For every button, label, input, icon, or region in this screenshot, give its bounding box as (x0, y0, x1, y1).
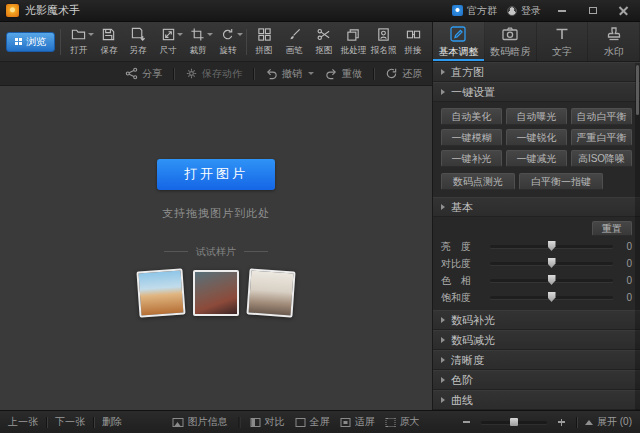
section-basic[interactable]: 基本 (433, 197, 640, 217)
panel-scrollbar[interactable] (635, 63, 640, 410)
browse-button[interactable]: 浏览 (6, 32, 55, 52)
save-action-button[interactable]: 保存动作 (185, 67, 242, 81)
toolbar-button-collage[interactable]: 拼图 (250, 24, 280, 60)
auto-exposure-button[interactable]: 自动曝光 (506, 108, 567, 125)
statusbar-separator (93, 417, 94, 428)
one-click-blur-button[interactable]: 一键模糊 (441, 129, 502, 146)
auto-white-balance-button[interactable]: 自动白平衡 (571, 108, 632, 125)
image-canvas-dropzone[interactable]: 打开图片 支持拖拽图片到此处 试试样片 (0, 86, 432, 410)
minimize-button[interactable] (551, 3, 572, 18)
tab-label: 文字 (552, 45, 572, 59)
slider-thumb[interactable] (548, 292, 556, 302)
section-levels[interactable]: 色阶 (433, 370, 640, 390)
toolbar-button-crop[interactable]: 裁剪 (183, 24, 213, 60)
statusbar-separator (46, 417, 47, 428)
panel-sections: 直方图 一键设置 自动美化 自动曝光 自动白平衡 一键模糊 一键锐化 严重白平衡… (433, 62, 640, 410)
slider-thumb[interactable] (548, 241, 556, 251)
fullscreen-button[interactable]: 全屏 (296, 415, 330, 429)
section-clarity[interactable]: 清晰度 (433, 350, 640, 370)
chevron-down-icon[interactable] (207, 33, 213, 36)
tab-digital-darkroom[interactable]: 数码暗房 (485, 22, 537, 61)
original-size-icon (386, 418, 396, 427)
chevron-right-icon (441, 337, 445, 343)
toolbar-button-batch[interactable]: 批处理 (339, 24, 369, 60)
toolbar-button-brush[interactable]: 画笔 (279, 24, 309, 60)
open-image-button[interactable]: 打开图片 (157, 159, 275, 190)
toolbar-button-save-as[interactable]: 另存 (124, 24, 154, 60)
next-image-button[interactable]: 下一张 (55, 415, 85, 429)
one-click-dim-light-button[interactable]: 一键减光 (506, 150, 567, 167)
zoom-slider-thumb[interactable] (510, 418, 518, 426)
compare-button[interactable]: 对比 (251, 415, 285, 429)
close-button[interactable] (613, 3, 634, 18)
original-size-button[interactable]: 原大 (386, 415, 420, 429)
share-label: 分享 (142, 67, 162, 81)
toolbar-separator (60, 29, 61, 55)
sample-thumbnail[interactable] (136, 268, 185, 317)
restore-button[interactable]: 还原 (385, 67, 422, 81)
tab-watermark[interactable]: 水印 (588, 22, 640, 61)
image-info-button[interactable]: 图片信息 (173, 415, 228, 429)
gear-icon (185, 67, 198, 80)
slider-value: 0 (620, 258, 632, 269)
toolbar-button-label: 抠图 (315, 44, 332, 56)
white-balance-picker-button[interactable]: 白平衡一指键 (519, 173, 603, 190)
fit-screen-button[interactable]: 适屏 (341, 415, 375, 429)
delete-image-button[interactable]: 删除 (102, 415, 122, 429)
tab-label: 数码暗房 (490, 45, 530, 59)
sample-thumbnail[interactable] (246, 268, 295, 317)
toolbar-button-stitch[interactable]: 拼接 (398, 24, 428, 60)
section-histogram[interactable]: 直方图 (433, 62, 640, 82)
official-group-button[interactable]: 官方群 (452, 4, 497, 18)
undo-button[interactable]: 撤销 (265, 67, 314, 81)
adjustment-panel: 基本调整 数码暗房 文字 水印 直方图 (432, 22, 640, 410)
toolbar-button-size[interactable]: 尺寸 (153, 24, 183, 60)
hue-slider[interactable] (490, 279, 613, 282)
share-button[interactable]: 分享 (125, 67, 162, 81)
tab-text[interactable]: 文字 (537, 22, 589, 61)
section-one-click[interactable]: 一键设置 (433, 82, 640, 102)
maximize-button[interactable] (582, 3, 603, 18)
titlebar-actions: 官方群 登录 (452, 3, 634, 18)
auto-beautify-button[interactable]: 自动美化 (441, 108, 502, 125)
toolbar-button-rotate[interactable]: 旋转 (213, 24, 243, 60)
sample-thumbnail[interactable] (193, 270, 239, 316)
one-click-sharpen-button[interactable]: 一键锐化 (506, 129, 567, 146)
chevron-down-icon[interactable] (308, 72, 314, 75)
zoom-slider[interactable] (481, 421, 547, 424)
contrast-slider[interactable] (490, 262, 613, 265)
drag-hint-text: 支持拖拽图片到此处 (162, 206, 270, 221)
section-label: 一键设置 (451, 85, 495, 100)
high-iso-denoise-button[interactable]: 高ISO降噪 (571, 150, 632, 167)
editor-column: 浏览 打开 保存 另存 (0, 22, 432, 410)
spot-metering-button[interactable]: 数码点测光 (441, 173, 515, 190)
toolbar-button-open[interactable]: 打开 (64, 24, 94, 60)
action-bar: 分享 保存动作 撤销 重做 (0, 62, 432, 86)
zoom-in-button[interactable] (555, 416, 568, 429)
section-curves[interactable]: 曲线 (433, 390, 640, 410)
previous-image-button[interactable]: 上一张 (8, 415, 38, 429)
slider-label: 亮 度 (441, 240, 483, 254)
scrollbar-thumb[interactable] (636, 65, 639, 115)
one-click-fill-light-button[interactable]: 一键补光 (441, 150, 502, 167)
chevron-down-icon[interactable] (88, 33, 94, 36)
redo-button[interactable]: 重做 (325, 67, 362, 81)
login-button[interactable]: 登录 (507, 4, 541, 18)
zoom-out-button[interactable] (460, 416, 473, 429)
section-dim-light[interactable]: 数码减光 (433, 330, 640, 350)
severe-white-balance-button[interactable]: 严重白平衡 (571, 129, 632, 146)
brightness-slider[interactable] (490, 245, 613, 248)
chevron-down-icon[interactable] (237, 33, 243, 36)
slider-value: 0 (620, 241, 632, 252)
toolbar-button-save[interactable]: 保存 (94, 24, 124, 60)
batch-icon (346, 27, 361, 42)
reset-button[interactable]: 重置 (592, 221, 632, 236)
slider-thumb[interactable] (548, 258, 556, 268)
toolbar-button-id-photo[interactable]: 报名照 (369, 24, 399, 60)
saturation-slider[interactable] (490, 296, 613, 299)
slider-thumb[interactable] (548, 275, 556, 285)
expand-tray-button[interactable]: 展开 (0) (585, 415, 632, 429)
tab-basic-adjust[interactable]: 基本调整 (433, 22, 485, 61)
section-fill-light[interactable]: 数码补光 (433, 310, 640, 330)
toolbar-button-cutout[interactable]: 抠图 (309, 24, 339, 60)
